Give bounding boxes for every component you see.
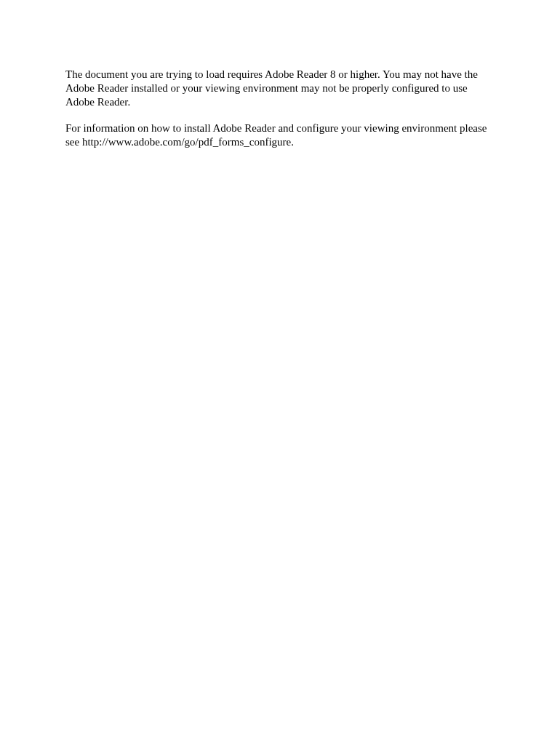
error-message-paragraph-1: The document you are trying to load requ… [65,68,495,108]
error-message-paragraph-2: For information on how to install Adobe … [65,121,495,149]
instruction-text-suffix: . [291,136,294,148]
adobe-config-link[interactable]: http://www.adobe.com/go/pdf_forms_config… [82,136,291,148]
error-text-1: The document you are trying to load requ… [65,68,478,108]
